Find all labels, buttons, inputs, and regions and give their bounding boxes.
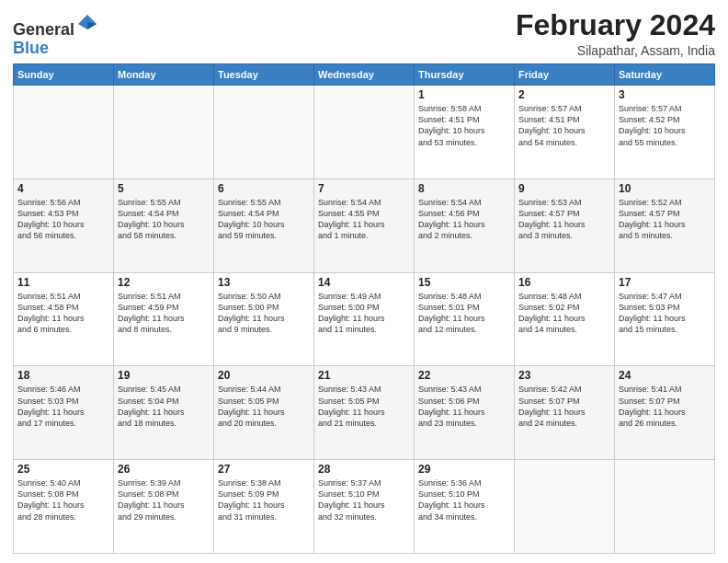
calendar-cell: 11Sunrise: 5:51 AMSunset: 4:58 PMDayligh… bbox=[14, 272, 114, 366]
calendar-header-row: SundayMondayTuesdayWednesdayThursdayFrid… bbox=[14, 64, 715, 86]
calendar-header-monday: Monday bbox=[114, 64, 214, 86]
day-info: Sunrise: 5:54 AMSunset: 4:56 PMDaylight:… bbox=[418, 197, 510, 242]
day-number: 14 bbox=[318, 276, 410, 289]
day-info: Sunrise: 5:41 AMSunset: 5:07 PMDaylight:… bbox=[619, 384, 711, 429]
calendar-cell: 24Sunrise: 5:41 AMSunset: 5:07 PMDayligh… bbox=[615, 366, 715, 460]
calendar-cell: 21Sunrise: 5:43 AMSunset: 5:05 PMDayligh… bbox=[314, 366, 415, 460]
day-info: Sunrise: 5:50 AMSunset: 5:00 PMDaylight:… bbox=[218, 291, 310, 336]
day-info: Sunrise: 5:49 AMSunset: 5:00 PMDaylight:… bbox=[318, 291, 410, 336]
calendar-cell: 28Sunrise: 5:37 AMSunset: 5:10 PMDayligh… bbox=[314, 460, 415, 554]
day-info: Sunrise: 5:36 AMSunset: 5:10 PMDaylight:… bbox=[418, 477, 510, 523]
calendar-header-friday: Friday bbox=[515, 64, 615, 86]
day-info: Sunrise: 5:52 AMSunset: 4:57 PMDaylight:… bbox=[619, 197, 711, 242]
calendar-week-2: 4Sunrise: 5:56 AMSunset: 4:53 PMDaylight… bbox=[14, 178, 715, 272]
day-info: Sunrise: 5:54 AMSunset: 4:55 PMDaylight:… bbox=[318, 197, 410, 242]
day-number: 20 bbox=[218, 369, 310, 382]
calendar-header-tuesday: Tuesday bbox=[214, 64, 314, 86]
day-info: Sunrise: 5:43 AMSunset: 5:05 PMDaylight:… bbox=[318, 384, 410, 429]
day-number: 15 bbox=[418, 276, 510, 289]
day-number: 16 bbox=[518, 276, 610, 289]
day-number: 28 bbox=[318, 463, 410, 476]
calendar-cell: 7Sunrise: 5:54 AMSunset: 4:55 PMDaylight… bbox=[314, 178, 415, 272]
day-number: 17 bbox=[619, 276, 711, 289]
calendar-cell bbox=[615, 460, 715, 554]
calendar-cell bbox=[114, 86, 214, 179]
calendar-cell bbox=[515, 460, 615, 554]
location: Silapathar, Assam, India bbox=[516, 43, 715, 58]
day-info: Sunrise: 5:45 AMSunset: 5:04 PMDaylight:… bbox=[118, 384, 210, 429]
calendar-cell: 23Sunrise: 5:42 AMSunset: 5:07 PMDayligh… bbox=[515, 366, 615, 460]
calendar-cell: 14Sunrise: 5:49 AMSunset: 5:00 PMDayligh… bbox=[314, 272, 415, 366]
logo: General Blue bbox=[13, 13, 98, 58]
calendar-cell: 18Sunrise: 5:46 AMSunset: 5:03 PMDayligh… bbox=[14, 366, 114, 460]
day-number: 25 bbox=[17, 463, 109, 476]
day-info: Sunrise: 5:57 AMSunset: 4:51 PMDaylight:… bbox=[518, 103, 610, 148]
day-number: 29 bbox=[418, 463, 510, 476]
calendar-cell: 4Sunrise: 5:56 AMSunset: 4:53 PMDaylight… bbox=[14, 178, 114, 272]
day-info: Sunrise: 5:47 AMSunset: 5:03 PMDaylight:… bbox=[619, 291, 711, 336]
logo-text: General Blue bbox=[13, 13, 98, 58]
day-number: 12 bbox=[118, 276, 210, 289]
day-info: Sunrise: 5:58 AMSunset: 4:51 PMDaylight:… bbox=[418, 103, 510, 148]
calendar-cell: 22Sunrise: 5:43 AMSunset: 5:06 PMDayligh… bbox=[415, 366, 515, 460]
day-number: 23 bbox=[518, 369, 610, 382]
logo-icon bbox=[76, 13, 98, 35]
calendar-cell bbox=[314, 86, 415, 179]
calendar-cell: 20Sunrise: 5:44 AMSunset: 5:05 PMDayligh… bbox=[214, 366, 314, 460]
day-number: 19 bbox=[118, 369, 210, 382]
calendar-cell: 26Sunrise: 5:39 AMSunset: 5:08 PMDayligh… bbox=[114, 460, 214, 554]
day-number: 7 bbox=[318, 182, 410, 195]
calendar-cell: 17Sunrise: 5:47 AMSunset: 5:03 PMDayligh… bbox=[615, 272, 715, 366]
calendar-cell: 9Sunrise: 5:53 AMSunset: 4:57 PMDaylight… bbox=[515, 178, 615, 272]
calendar-cell: 10Sunrise: 5:52 AMSunset: 4:57 PMDayligh… bbox=[615, 178, 715, 272]
day-number: 13 bbox=[218, 276, 310, 289]
day-number: 18 bbox=[17, 369, 109, 382]
day-info: Sunrise: 5:51 AMSunset: 4:58 PMDaylight:… bbox=[17, 291, 109, 336]
header: General Blue February 2024 Silapathar, A… bbox=[13, 9, 715, 58]
day-number: 4 bbox=[17, 182, 109, 195]
calendar-cell: 2Sunrise: 5:57 AMSunset: 4:51 PMDaylight… bbox=[515, 86, 615, 179]
calendar-cell: 13Sunrise: 5:50 AMSunset: 5:00 PMDayligh… bbox=[214, 272, 314, 366]
day-info: Sunrise: 5:48 AMSunset: 5:01 PMDaylight:… bbox=[418, 291, 510, 336]
day-info: Sunrise: 5:40 AMSunset: 5:08 PMDaylight:… bbox=[17, 477, 109, 523]
day-info: Sunrise: 5:55 AMSunset: 4:54 PMDaylight:… bbox=[118, 197, 210, 242]
calendar-cell: 6Sunrise: 5:55 AMSunset: 4:54 PMDaylight… bbox=[214, 178, 314, 272]
day-info: Sunrise: 5:44 AMSunset: 5:05 PMDaylight:… bbox=[218, 384, 310, 429]
calendar-cell: 5Sunrise: 5:55 AMSunset: 4:54 PMDaylight… bbox=[114, 178, 214, 272]
day-number: 27 bbox=[218, 463, 310, 476]
calendar-cell: 19Sunrise: 5:45 AMSunset: 5:04 PMDayligh… bbox=[114, 366, 214, 460]
calendar-cell: 12Sunrise: 5:51 AMSunset: 4:59 PMDayligh… bbox=[114, 272, 214, 366]
calendar-week-5: 25Sunrise: 5:40 AMSunset: 5:08 PMDayligh… bbox=[14, 460, 715, 554]
calendar-cell: 3Sunrise: 5:57 AMSunset: 4:52 PMDaylight… bbox=[615, 86, 715, 179]
calendar-header-wednesday: Wednesday bbox=[314, 64, 415, 86]
calendar-cell: 8Sunrise: 5:54 AMSunset: 4:56 PMDaylight… bbox=[415, 178, 515, 272]
calendar-cell: 15Sunrise: 5:48 AMSunset: 5:01 PMDayligh… bbox=[415, 272, 515, 366]
calendar-header-saturday: Saturday bbox=[615, 64, 715, 86]
calendar-cell: 25Sunrise: 5:40 AMSunset: 5:08 PMDayligh… bbox=[14, 460, 114, 554]
day-number: 24 bbox=[619, 369, 711, 382]
day-info: Sunrise: 5:38 AMSunset: 5:09 PMDaylight:… bbox=[218, 477, 310, 523]
calendar-cell bbox=[214, 86, 314, 179]
calendar-cell: 1Sunrise: 5:58 AMSunset: 4:51 PMDaylight… bbox=[415, 86, 515, 179]
calendar-header-sunday: Sunday bbox=[14, 64, 114, 86]
day-info: Sunrise: 5:39 AMSunset: 5:08 PMDaylight:… bbox=[118, 477, 210, 523]
day-number: 5 bbox=[118, 182, 210, 195]
day-number: 6 bbox=[218, 182, 310, 195]
day-number: 2 bbox=[518, 88, 610, 101]
day-number: 8 bbox=[418, 182, 510, 195]
logo-blue: Blue bbox=[13, 39, 49, 57]
day-info: Sunrise: 5:42 AMSunset: 5:07 PMDaylight:… bbox=[518, 384, 610, 429]
calendar-cell bbox=[14, 86, 114, 179]
calendar-cell: 29Sunrise: 5:36 AMSunset: 5:10 PMDayligh… bbox=[415, 460, 515, 554]
calendar-header-thursday: Thursday bbox=[415, 64, 515, 86]
title-block: February 2024 Silapathar, Assam, India bbox=[516, 9, 715, 58]
page: General Blue February 2024 Silapathar, A… bbox=[0, 0, 728, 563]
day-info: Sunrise: 5:46 AMSunset: 5:03 PMDaylight:… bbox=[17, 384, 109, 429]
calendar-week-4: 18Sunrise: 5:46 AMSunset: 5:03 PMDayligh… bbox=[14, 366, 715, 460]
calendar-table: SundayMondayTuesdayWednesdayThursdayFrid… bbox=[13, 63, 715, 554]
day-info: Sunrise: 5:37 AMSunset: 5:10 PMDaylight:… bbox=[318, 477, 410, 523]
calendar-cell: 27Sunrise: 5:38 AMSunset: 5:09 PMDayligh… bbox=[214, 460, 314, 554]
day-info: Sunrise: 5:43 AMSunset: 5:06 PMDaylight:… bbox=[418, 384, 510, 429]
calendar-week-1: 1Sunrise: 5:58 AMSunset: 4:51 PMDaylight… bbox=[14, 86, 715, 179]
day-number: 10 bbox=[619, 182, 711, 195]
